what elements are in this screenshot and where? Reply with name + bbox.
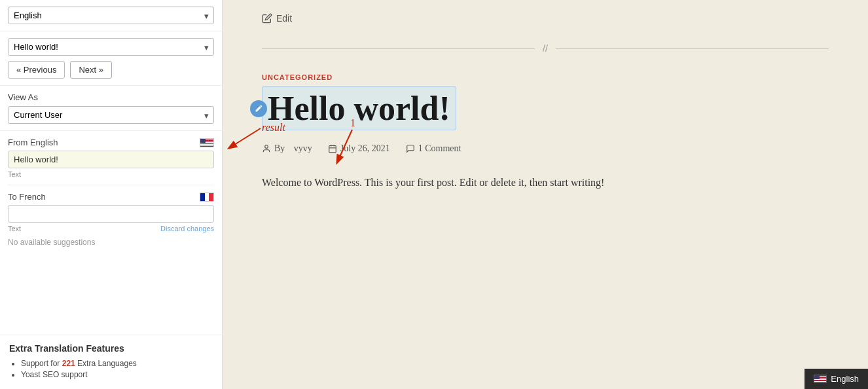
pencil-icon: [255, 104, 263, 113]
extra-features-list: Support for 221 Extra Languages Yoast SE…: [9, 359, 213, 379]
post-select-wrapper[interactable]: Hello world!: [8, 38, 214, 56]
from-input-type: Text: [8, 170, 21, 178]
uncategorized-label: UNCATEGORIZED: [262, 73, 829, 81]
next-button[interactable]: Next »: [70, 61, 112, 79]
fr-flag-icon: [200, 193, 214, 202]
edit-icon: [262, 13, 272, 24]
author-name: vyvy: [294, 143, 312, 154]
post-content: Welcome to WordPress. This is your first…: [262, 174, 720, 191]
from-translation-input[interactable]: [8, 151, 214, 168]
post-author: By vyvy: [262, 143, 312, 154]
badge-flag-icon: [814, 375, 827, 383]
post-title-highlight: Hello world!: [262, 86, 456, 130]
post-title: Hello world!: [268, 90, 450, 127]
annotation-layer: result 1: [223, 0, 868, 389]
fr-flag-white: [205, 193, 209, 201]
translation-section: From English Text To French Text Discard…: [0, 131, 222, 253]
badge-label: English: [831, 374, 859, 384]
fr-flag-inner: [200, 193, 213, 201]
view-as-label: View As: [8, 92, 214, 102]
post-comments: 1 Comment: [406, 143, 461, 154]
divider-text: //: [543, 43, 548, 54]
extra-features-box: Extra Translation Features Support for 2…: [0, 335, 222, 389]
svg-rect-1: [329, 146, 336, 153]
post-comments-text: 1 Comment: [418, 143, 461, 154]
view-as-section: View As Current User: [0, 86, 222, 131]
fr-flag-blue: [200, 193, 205, 201]
edit-link[interactable]: Edit: [262, 13, 829, 24]
author-icon: [262, 144, 271, 153]
extra-feature-item-1: Support for 221 Extra Languages: [21, 359, 213, 368]
current-user-select[interactable]: Current User: [8, 106, 214, 124]
extra-feature-highlight: 221: [62, 359, 75, 368]
from-input-meta: Text: [8, 170, 214, 178]
svg-point-0: [265, 145, 268, 149]
extra-feature-item-2: Yoast SEO support: [21, 370, 213, 379]
post-title-container: Hello world!: [262, 86, 456, 130]
to-input-type: Text: [8, 225, 21, 232]
prev-button[interactable]: « Previous: [8, 61, 65, 79]
us-flag-icon: [200, 138, 214, 147]
edit-label: Edit: [276, 13, 292, 24]
right-panel: Edit // UNCATEGORIZED Hello world! By vy…: [223, 0, 868, 389]
to-lang-text: To French: [8, 192, 46, 202]
from-lang-label: From English: [8, 138, 214, 147]
no-suggestions-text: No available suggestions: [8, 238, 214, 247]
to-lang-label: To French: [8, 192, 214, 202]
extra-features-title: Extra Translation Features: [9, 343, 213, 354]
from-lang-text: From English: [8, 138, 58, 147]
post-date-text: July 26, 2021: [340, 143, 390, 154]
post-date: July 26, 2021: [328, 143, 390, 154]
discard-changes-link[interactable]: Discard changes: [160, 225, 214, 232]
post-meta: By vyvy July 26, 2021 1 Comment: [262, 143, 829, 154]
left-panel: English Hello world! « Previous Next » V…: [0, 0, 223, 389]
to-translation-input[interactable]: [8, 205, 214, 223]
comment-icon: [406, 144, 415, 153]
language-select[interactable]: English: [8, 7, 214, 24]
language-section: English: [0, 0, 222, 31]
post-select[interactable]: Hello world!: [8, 38, 214, 56]
author-prefix: By: [274, 143, 285, 154]
current-user-select-wrapper[interactable]: Current User: [8, 106, 214, 124]
english-badge[interactable]: English: [805, 369, 868, 389]
pencil-edit-button[interactable]: [250, 100, 267, 117]
calendar-icon: [328, 144, 337, 153]
to-input-meta: Text Discard changes: [8, 225, 214, 232]
svg-line-5: [229, 128, 261, 148]
language-select-wrapper[interactable]: English: [8, 7, 214, 24]
fr-flag-red: [209, 193, 213, 201]
translation-divider: [8, 185, 214, 185]
post-section: Hello world! « Previous Next »: [0, 31, 222, 86]
divider-line: //: [262, 43, 829, 54]
nav-buttons: « Previous Next »: [8, 61, 214, 79]
